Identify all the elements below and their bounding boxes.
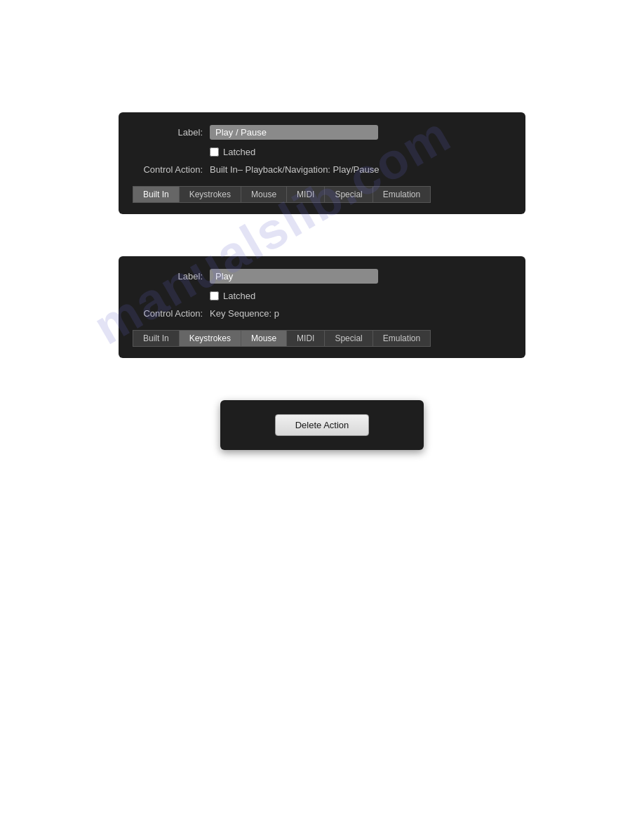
tab-mouse-2[interactable]: Mouse bbox=[241, 330, 286, 347]
label-input-1[interactable] bbox=[210, 125, 378, 140]
control-action-value-2: Key Sequence: p bbox=[210, 308, 279, 319]
latched-label-1: Latched bbox=[223, 147, 255, 157]
latched-row-1: Latched bbox=[133, 147, 511, 157]
label-row-2: Label: bbox=[133, 269, 511, 284]
tab-bar-2: Built In Keystrokes Mouse MIDI Special E… bbox=[133, 330, 511, 347]
latched-checkbox-2[interactable] bbox=[210, 291, 219, 300]
latched-row-2: Latched bbox=[133, 291, 511, 301]
panel-1: Label: Latched Control Action: Built In–… bbox=[119, 112, 525, 214]
tab-built-in-1[interactable]: Built In bbox=[133, 186, 179, 203]
tab-midi-1[interactable]: MIDI bbox=[286, 186, 324, 203]
tab-special-1[interactable]: Special bbox=[324, 186, 372, 203]
latched-checkbox-1[interactable] bbox=[210, 147, 219, 157]
page-wrapper: Label: Latched Control Action: Built In–… bbox=[0, 0, 644, 834]
control-action-label-1: Control Action: bbox=[133, 164, 210, 175]
tab-midi-2[interactable]: MIDI bbox=[286, 330, 324, 347]
tab-built-in-2[interactable]: Built In bbox=[133, 330, 179, 347]
label-field-label-1: Label: bbox=[133, 127, 210, 138]
tab-special-2[interactable]: Special bbox=[324, 330, 372, 347]
tab-mouse-1[interactable]: Mouse bbox=[241, 186, 286, 203]
delete-action-button[interactable]: Delete Action bbox=[275, 414, 370, 436]
control-action-label-2: Control Action: bbox=[133, 308, 210, 319]
tab-keystrokes-2[interactable]: Keystrokes bbox=[179, 330, 241, 347]
tab-emulation-1[interactable]: Emulation bbox=[373, 186, 431, 203]
label-field-label-2: Label: bbox=[133, 271, 210, 282]
tab-keystrokes-1[interactable]: Keystrokes bbox=[179, 186, 241, 203]
control-action-value-1: Built In– Playback/Navigation: Play/Paus… bbox=[210, 164, 379, 175]
tab-bar-1: Built In Keystrokes Mouse MIDI Special E… bbox=[133, 186, 511, 203]
control-action-row-2: Control Action: Key Sequence: p bbox=[133, 308, 511, 319]
panel-2: Label: Latched Control Action: Key Seque… bbox=[119, 256, 525, 358]
tab-emulation-2[interactable]: Emulation bbox=[373, 330, 431, 347]
latched-label-2: Latched bbox=[223, 291, 255, 301]
control-action-row-1: Control Action: Built In– Playback/Navig… bbox=[133, 164, 511, 175]
label-row-1: Label: bbox=[133, 125, 511, 140]
delete-action-panel: Delete Action bbox=[220, 400, 424, 450]
label-input-2[interactable] bbox=[210, 269, 378, 284]
